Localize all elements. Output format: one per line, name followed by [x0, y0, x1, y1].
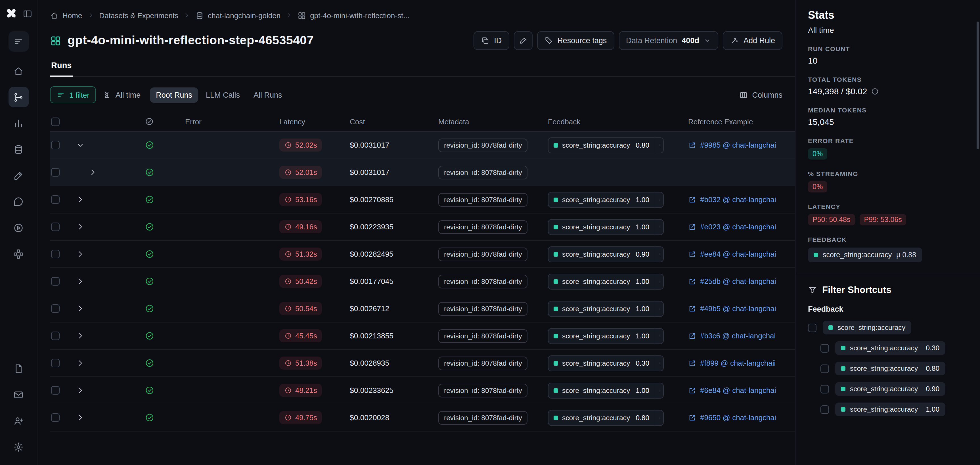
feedback-summary-chip[interactable]: score_string:accuracy μ 0.88	[808, 248, 922, 262]
feedback-chip[interactable]: score_string:accuracy1.00	[548, 328, 663, 344]
metadata-chip[interactable]: revision_id: 8078fad-dirty	[438, 274, 528, 288]
quick-filters-button[interactable]	[8, 31, 29, 52]
table-row[interactable]: 51.38s$0.0028935revision_id: 8078fad-dir…	[50, 350, 795, 377]
chevron-right-icon[interactable]	[76, 331, 84, 340]
row-checkbox[interactable]	[51, 195, 60, 204]
shortcut-parent-checkbox[interactable]	[808, 323, 816, 332]
breadcrumb-dataset[interactable]: chat-langchain-golden	[195, 11, 280, 19]
segment-root-runs[interactable]: Root Runs	[150, 87, 199, 102]
table-row[interactable]: 49.75s$0.0020028revision_id: 8078fad-dir…	[50, 404, 795, 432]
sidebar-item-docs[interactable]	[8, 358, 29, 379]
sidebar-item-monitoring[interactable]	[8, 113, 29, 134]
row-checkbox[interactable]	[51, 168, 60, 177]
shortcut-option-checkbox[interactable]	[821, 405, 829, 414]
reference-example-link[interactable]: #b3c6 @ chat-langchai	[688, 331, 776, 340]
feedback-chip[interactable]: score_string:accuracy1.00	[548, 301, 663, 317]
metadata-chip[interactable]: revision_id: 8078fad-dirty	[438, 247, 528, 261]
chevron-right-icon[interactable]	[76, 304, 84, 313]
chevron-down-icon[interactable]	[76, 141, 84, 149]
feedback-chip[interactable]: score_string:accuracy1.00	[548, 192, 663, 207]
chevron-right-icon[interactable]	[76, 277, 84, 286]
shortcut-option-chip[interactable]: score_string:accuracy1.00	[835, 403, 945, 416]
data-retention-dropdown[interactable]: Data Retention 400d	[619, 31, 719, 50]
reference-example-link[interactable]: #ee84 @ chat-langchai	[688, 250, 776, 258]
shortcut-option-checkbox[interactable]	[821, 344, 829, 352]
metadata-chip[interactable]: revision_id: 8078fad-dirty	[438, 220, 528, 234]
sidebar-item-invite-members[interactable]	[8, 411, 29, 431]
info-icon[interactable]	[871, 87, 879, 95]
feedback-chip[interactable]: score_string:accuracy1.00	[548, 219, 663, 235]
kebab-menu-icon[interactable]	[655, 141, 663, 149]
table-row[interactable]: 45.45s$0.00213855revision_id: 8078fad-di…	[50, 322, 795, 350]
resource-tags-button[interactable]: Resource tags	[537, 31, 614, 50]
shortcut-option-chip[interactable]: score_string:accuracy0.80	[835, 361, 945, 375]
sidebar-item-settings[interactable]	[8, 436, 29, 457]
sidebar-item-feedback[interactable]	[8, 384, 29, 405]
kebab-menu-icon[interactable]	[655, 386, 663, 394]
table-row[interactable]: 51.32s$0.00282495revision_id: 8078fad-di…	[50, 241, 795, 268]
chevron-right-icon[interactable]	[76, 386, 84, 395]
feedback-chip[interactable]: score_string:accuracy0.80	[548, 410, 663, 425]
feedback-chip[interactable]: score_string:accuracy0.30	[548, 355, 663, 371]
reference-example-link[interactable]: #49b5 @ chat-langchai	[688, 304, 776, 313]
kebab-menu-icon[interactable]	[655, 223, 663, 231]
reference-example-link[interactable]: #9985 @ chat-langchai	[688, 141, 776, 149]
reference-example-link[interactable]: #b032 @ chat-langchai	[688, 195, 776, 204]
row-checkbox[interactable]	[51, 141, 60, 149]
metadata-chip[interactable]: revision_id: 8078fad-dirty	[438, 302, 528, 315]
table-row[interactable]: 50.42s$0.00177045revision_id: 8078fad-di…	[50, 268, 795, 295]
edit-button[interactable]	[514, 31, 532, 50]
reference-example-link[interactable]: #6e84 @ chat-langchai	[688, 386, 776, 395]
chevron-right-icon[interactable]	[76, 413, 84, 422]
table-row[interactable]: 52.01s$0.0031017revision_id: 8078fad-dir…	[50, 159, 795, 186]
reference-example-link[interactable]: #25db @ chat-langchai	[688, 277, 776, 286]
reference-example-link[interactable]: #9650 @ chat-langchai	[688, 413, 776, 422]
breadcrumb-home[interactable]: Home	[50, 11, 82, 19]
metadata-chip[interactable]: revision_id: 8078fad-dirty	[438, 193, 528, 206]
metadata-chip[interactable]: revision_id: 8078fad-dirty	[438, 138, 528, 152]
metadata-chip[interactable]: revision_id: 8078fad-dirty	[438, 166, 528, 179]
sidebar-item-annotation-queues[interactable]	[8, 165, 29, 186]
kebab-menu-icon[interactable]	[655, 359, 663, 367]
feedback-chip[interactable]: score_string:accuracy0.80	[548, 137, 663, 153]
chevron-right-icon[interactable]	[89, 168, 97, 177]
metadata-chip[interactable]: revision_id: 8078fad-dirty	[438, 329, 528, 342]
feedback-chip[interactable]: score_string:accuracy0.90	[548, 246, 663, 262]
feedback-chip[interactable]: score_string:accuracy1.00	[548, 382, 663, 398]
chevron-right-icon[interactable]	[76, 223, 84, 231]
reference-example-link[interactable]: #f899 @ chat-langchaii	[688, 359, 776, 367]
reference-example-link[interactable]: #e023 @ chat-langchai	[688, 223, 776, 231]
table-row[interactable]: 53.16s$0.00270885revision_id: 8078fad-di…	[50, 186, 795, 213]
row-checkbox[interactable]	[51, 250, 60, 258]
shortcut-option-checkbox[interactable]	[821, 385, 829, 393]
kebab-menu-icon[interactable]	[655, 332, 663, 340]
sidebar-item-home[interactable]	[8, 61, 29, 81]
sidebar-item-tracing-projects[interactable]	[8, 87, 29, 107]
shortcut-option-checkbox[interactable]	[821, 364, 829, 373]
select-all-checkbox[interactable]	[51, 117, 60, 126]
breadcrumb-experiment[interactable]: gpt-4o-mini-with-reflection-st...	[298, 11, 409, 19]
kebab-menu-icon[interactable]	[655, 196, 663, 204]
table-row[interactable]: 49.16s$0.00223935revision_id: 8078fad-di…	[50, 213, 795, 241]
breadcrumb-datasets[interactable]: Datasets & Experiments	[99, 11, 178, 19]
metadata-chip[interactable]: revision_id: 8078fad-dirty	[438, 356, 528, 370]
sidebar-item-playground[interactable]	[8, 217, 29, 238]
table-row[interactable]: 52.02s$0.0031017revision_id: 8078fad-dir…	[50, 132, 795, 159]
row-checkbox[interactable]	[51, 413, 60, 422]
sidebar-item-datasets[interactable]	[8, 139, 29, 159]
row-checkbox[interactable]	[51, 359, 60, 367]
segment-llm-calls[interactable]: LLM Calls	[200, 87, 246, 102]
segment-all-runs[interactable]: All Runs	[247, 87, 288, 102]
collapse-sidebar-icon[interactable]	[22, 9, 32, 18]
kebab-menu-icon[interactable]	[655, 277, 663, 285]
tab-runs[interactable]: Runs	[50, 58, 73, 76]
table-row[interactable]: 50.54s$0.0026712revision_id: 8078fad-dir…	[50, 295, 795, 322]
shortcut-option-chip[interactable]: score_string:accuracy0.90	[835, 382, 945, 396]
kebab-menu-icon[interactable]	[655, 304, 663, 312]
time-range-button[interactable]: All time	[103, 91, 141, 99]
scrollbar-thumb[interactable]	[977, 22, 979, 149]
row-checkbox[interactable]	[51, 223, 60, 231]
row-checkbox[interactable]	[51, 386, 60, 395]
filter-count-button[interactable]: 1 filter	[50, 86, 96, 104]
row-checkbox[interactable]	[51, 331, 60, 340]
